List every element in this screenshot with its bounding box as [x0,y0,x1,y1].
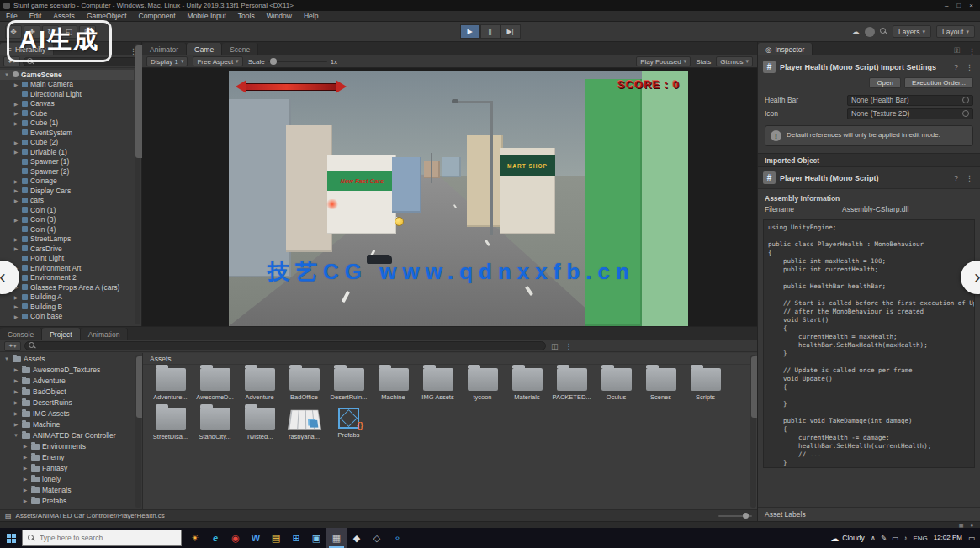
expand-arrow[interactable]: ▼ [13,433,19,438]
bottom-tab[interactable]: Animation [81,328,129,340]
project-search[interactable] [24,341,546,350]
grid-scrollbar[interactable] [750,355,756,508]
taskbar-app-icon[interactable]: ☀ [185,528,205,548]
project-tree-item[interactable]: ▶ Machine [0,419,142,429]
project-grid-item[interactable]: Adventure... [148,368,193,401]
expand-arrow[interactable]: ▶ [13,388,19,394]
menu-item[interactable]: Assets [47,12,81,20]
expand-arrow[interactable]: ▶ [13,294,19,300]
menu-item[interactable]: File [0,12,24,20]
expand-arrow[interactable]: ▶ [13,178,19,184]
hierarchy-item[interactable]: ▶ Building A [0,292,134,303]
kebab-menu-icon[interactable]: ⋮ [564,342,575,350]
object-picker-icon[interactable] [962,110,969,117]
menu-item[interactable]: Edit [24,12,48,20]
object-picker-icon[interactable] [962,97,969,103]
expand-arrow[interactable]: ▶ [13,149,19,155]
taskbar-app-icon[interactable]: ▣ [306,528,326,548]
bottom-tab[interactable]: Console [0,328,42,340]
hierarchy-item[interactable]: Directional Light [0,89,134,99]
slider-thumb[interactable] [270,58,277,65]
expand-arrow[interactable]: ▶ [13,377,19,383]
tray-icon[interactable]: ✎ [881,534,887,542]
project-tree-item[interactable]: ▶ AwesomeD_Textures [0,364,142,375]
project-tree-item[interactable]: ▶ Environments [0,440,142,451]
taskbar-app-icon[interactable]: ◉ [225,528,246,548]
account-icon[interactable] [865,27,875,37]
stats-button[interactable]: Stats [696,58,711,66]
expand-arrow[interactable]: ▶ [13,110,19,116]
project-grid-item[interactable]: BadOffice [282,368,326,401]
project-grid-item[interactable]: StreetDisa... [148,408,193,440]
kebab-menu-icon[interactable]: ⋮ [964,174,975,182]
hierarchy-item[interactable]: ▼ GameScene [0,70,134,80]
execution-order-button[interactable]: Execution Order... [904,77,973,88]
taskbar-app-icon[interactable]: ◆ [347,528,367,548]
hierarchy-item[interactable]: ▶ Drivable (1) [0,147,134,157]
hierarchy-item[interactable]: ▶ Coinage [0,177,134,187]
expand-arrow[interactable]: ▶ [13,303,19,309]
hierarchy-item[interactable]: ▶ Display Cars [0,186,134,196]
hierarchy-item[interactable]: ▶ StreetLamps [0,234,134,245]
hierarchy-item[interactable]: ▶ Glasses Props Area A (cars) [0,282,134,292]
action-center-icon[interactable]: ▭ [968,534,975,542]
project-grid-item[interactable]: Prefabs [326,408,371,440]
hierarchy-item[interactable]: ▶ Environment Art [0,263,134,273]
menu-item[interactable]: Help [298,12,324,20]
bottom-tab[interactable]: Project [42,328,80,340]
weather-widget[interactable]: ☁ Cloudy [830,534,864,543]
taskbar-app-icon[interactable]: ▤ [266,528,286,548]
tray-icon[interactable]: ∧ [871,534,876,542]
taskbar-app-icon[interactable]: ⊞ [286,528,306,548]
project-grid-item[interactable]: Twisted... [237,408,282,440]
scrollbar-thumb[interactable] [136,356,143,418]
expand-arrow[interactable]: ▼ [3,356,10,361]
taskbar-search-input[interactable] [40,534,176,542]
hierarchy-item[interactable]: ▶ cars [0,196,134,206]
project-tree-item[interactable]: ▶ IMG Assets [0,408,142,419]
expand-arrow[interactable]: ▶ [13,366,19,372]
expand-arrow[interactable]: ▶ [13,245,19,251]
expand-arrow[interactable]: ▶ [22,443,29,449]
pause-button[interactable]: || [480,24,501,39]
taskbar-app-icon[interactable]: ▦ [326,528,347,548]
kebab-menu-icon[interactable]: ⋮ [964,63,975,71]
expand-arrow[interactable]: ▶ [22,487,29,493]
expand-arrow[interactable]: ▶ [13,198,19,203]
expand-arrow[interactable]: ▶ [13,82,19,87]
expand-arrow[interactable]: ▶ [13,120,19,126]
expand-arrow[interactable]: ▶ [22,476,29,482]
object-picker-field[interactable]: None (Health Bar) [847,95,973,106]
help-icon[interactable]: ? [952,63,960,71]
hierarchy-item[interactable]: Coin (4) [0,224,134,234]
project-search-input[interactable] [39,342,542,350]
lock-icon[interactable]: ⚿ [950,46,964,55]
expand-arrow[interactable]: ▶ [13,217,19,223]
hierarchy-item[interactable]: ▶ Main Camera [0,80,134,90]
gizmos-dropdown[interactable]: Gizmos ▾ [716,56,753,66]
play-button[interactable]: ▶ [460,24,480,39]
scrollbar-thumb[interactable] [751,356,757,418]
tray-icon[interactable]: ♪ [903,534,907,542]
project-grid-item[interactable]: Materials [505,368,549,401]
project-tree-item[interactable]: ▶ Materials [0,484,142,495]
project-grid-item[interactable]: Machine [371,368,416,401]
minimize-button[interactable]: – [945,2,948,9]
hierarchy-item[interactable]: ▶ Cube (2) [0,138,134,148]
menu-item[interactable]: Component [133,12,182,20]
project-grid-item[interactable]: AwesomeD... [193,368,237,401]
view-tab[interactable]: Animator [142,43,187,55]
expand-arrow[interactable]: ▶ [13,236,19,242]
expand-arrow[interactable]: ▶ [22,498,29,503]
open-script-button[interactable]: Open [869,77,901,88]
project-tree-item[interactable]: ▼ Assets [0,353,142,364]
project-grid-item[interactable]: tycoon [460,368,505,401]
project-tree-item[interactable]: ▼ ANIMATED Car Controller [0,429,142,440]
expand-arrow[interactable]: ▶ [13,314,19,319]
expand-arrow[interactable]: ▶ [13,187,19,193]
hierarchy-item[interactable]: Point Light [0,254,134,264]
menu-item[interactable]: Mobile Input [182,12,232,20]
display-dropdown[interactable]: Display 1 ▾ [146,56,188,66]
project-tree-item[interactable]: ▶ Enemy [0,451,142,462]
project-tree-item[interactable]: ▶ lonely [0,473,142,484]
